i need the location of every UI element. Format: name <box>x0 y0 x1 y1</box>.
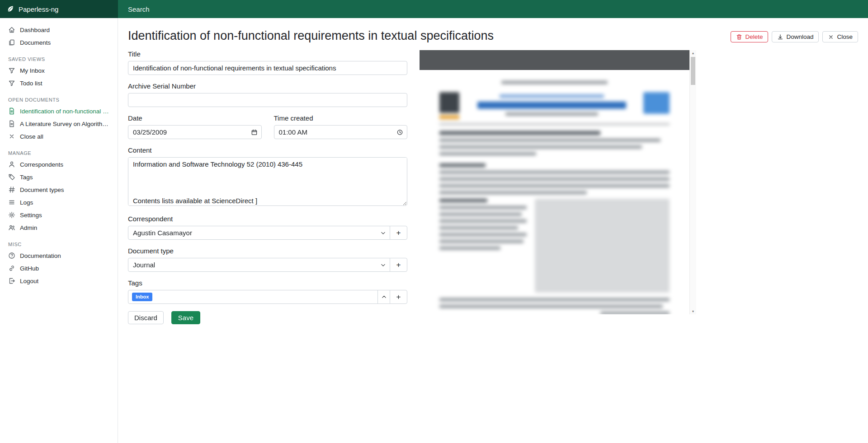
logout-icon <box>8 277 15 284</box>
tags-label: Tags <box>128 279 407 287</box>
sidebar-item-admin[interactable]: Admin <box>0 221 118 234</box>
hash-icon <box>8 186 15 193</box>
scroll-up-icon[interactable]: ▲ <box>692 51 695 55</box>
plus-icon: + <box>396 293 401 301</box>
tags-input[interactable]: Inbox <box>128 290 378 304</box>
scroll-down-icon[interactable]: ▼ <box>692 310 695 313</box>
date-input[interactable] <box>128 125 262 139</box>
brand-name: Paperless-ng <box>19 5 58 13</box>
documents-icon <box>8 39 15 46</box>
app-brand[interactable]: Paperless-ng <box>0 0 118 18</box>
search-bar <box>118 0 868 18</box>
title-input[interactable] <box>128 61 407 75</box>
close-button[interactable]: Close <box>822 31 858 42</box>
sidebar-section-saved-views: SAVED VIEWS <box>0 49 118 64</box>
main-content: Identification of non-functional require… <box>118 18 868 443</box>
scrollbar-thumb[interactable] <box>691 57 695 85</box>
pdf-toolbar <box>420 50 689 70</box>
top-navbar: Paperless-ng <box>0 0 868 18</box>
sidebar: Dashboard Documents SAVED VIEWS My Inbox… <box>0 18 118 443</box>
correspondent-label: Correspondent <box>128 215 407 223</box>
chevron-up-icon <box>381 294 387 300</box>
sidebar-item-open-doc-1[interactable]: Identification of non-functional require… <box>0 105 118 117</box>
page-title: Identification of non-functional require… <box>128 29 494 43</box>
sidebar-item-close-all[interactable]: Close all <box>0 130 118 143</box>
file-icon <box>8 107 15 115</box>
gear-icon <box>8 211 15 219</box>
archive-serial-number-input[interactable] <box>128 93 407 107</box>
content-textarea[interactable]: Information and Software Technology 52 (… <box>128 157 407 206</box>
document-type-select[interactable]: Journal <box>128 258 390 272</box>
question-icon <box>8 252 15 259</box>
preview-scrollbar[interactable]: ▲ ▼ <box>689 50 696 314</box>
close-icon <box>828 34 834 40</box>
add-correspondent-button[interactable]: + <box>390 226 407 240</box>
filter-icon <box>8 79 15 87</box>
tag-badge-inbox[interactable]: Inbox <box>132 293 152 301</box>
sidebar-item-open-doc-2[interactable]: A Literature Survey on Algorithms for Mu… <box>0 117 118 130</box>
sidebar-item-logs[interactable]: Logs <box>0 196 118 209</box>
sidebar-item-todo-list[interactable]: Todo list <box>0 77 118 89</box>
sidebar-item-tags[interactable]: Tags <box>0 171 118 183</box>
sidebar-item-dashboard[interactable]: Dashboard <box>0 23 118 36</box>
trash-icon <box>736 34 742 40</box>
download-icon <box>777 34 783 40</box>
content-label: Content <box>128 146 407 154</box>
delete-button[interactable]: Delete <box>731 31 768 42</box>
publisher-logo-placeholder <box>643 92 670 114</box>
discard-button[interactable]: Discard <box>128 311 164 324</box>
add-document-type-button[interactable]: + <box>390 258 407 272</box>
save-button[interactable]: Save <box>171 311 200 324</box>
plus-icon: + <box>396 261 401 269</box>
file-icon <box>8 120 15 127</box>
download-button[interactable]: Download <box>772 31 819 42</box>
close-icon <box>8 133 15 140</box>
document-preview: ▲ ▼ <box>420 50 696 314</box>
blurred-document-content <box>420 70 689 314</box>
pdf-page <box>420 70 689 314</box>
title-label: Title <box>128 50 407 58</box>
sidebar-item-settings[interactable]: Settings <box>0 209 118 221</box>
document-type-label: Document type <box>128 247 407 255</box>
sidebar-item-documents[interactable]: Documents <box>0 36 118 49</box>
sidebar-item-documentation[interactable]: Documentation <box>0 249 118 262</box>
link-icon <box>8 265 15 272</box>
search-input[interactable] <box>128 5 417 13</box>
time-created-label: Time created <box>274 114 408 122</box>
add-tag-button[interactable]: + <box>390 290 407 304</box>
sidebar-section-open-documents: OPEN DOCUMENTS <box>0 89 118 105</box>
date-label: Date <box>128 114 262 122</box>
sidebar-item-github[interactable]: GitHub <box>0 262 118 275</box>
time-created-input[interactable] <box>274 125 408 139</box>
filter-icon <box>8 67 15 74</box>
users-icon <box>8 224 15 231</box>
sidebar-item-logout[interactable]: Logout <box>0 275 118 287</box>
sidebar-section-manage: MANAGE <box>0 143 118 158</box>
sidebar-section-misc: MISC <box>0 234 118 249</box>
document-edit-form: Title Archive Serial Number Date Time cr… <box>128 50 407 333</box>
tag-icon <box>8 173 15 181</box>
sidebar-item-my-inbox[interactable]: My Inbox <box>0 64 118 77</box>
sidebar-item-correspondents[interactable]: Correspondents <box>0 158 118 171</box>
list-icon <box>8 199 15 206</box>
sidebar-item-document-types[interactable]: Document types <box>0 183 118 196</box>
correspondent-select[interactable]: Agustin Casamayor <box>128 226 390 240</box>
leaf-icon <box>6 5 14 13</box>
plus-icon: + <box>396 229 401 237</box>
figure-placeholder <box>535 199 670 293</box>
document-actions: Delete Download Close <box>731 31 858 42</box>
tags-dropdown-toggle[interactable] <box>377 290 390 304</box>
journal-logo-placeholder <box>439 92 459 113</box>
asn-label: Archive Serial Number <box>128 82 407 90</box>
person-icon <box>8 161 15 168</box>
house-icon <box>8 26 15 33</box>
